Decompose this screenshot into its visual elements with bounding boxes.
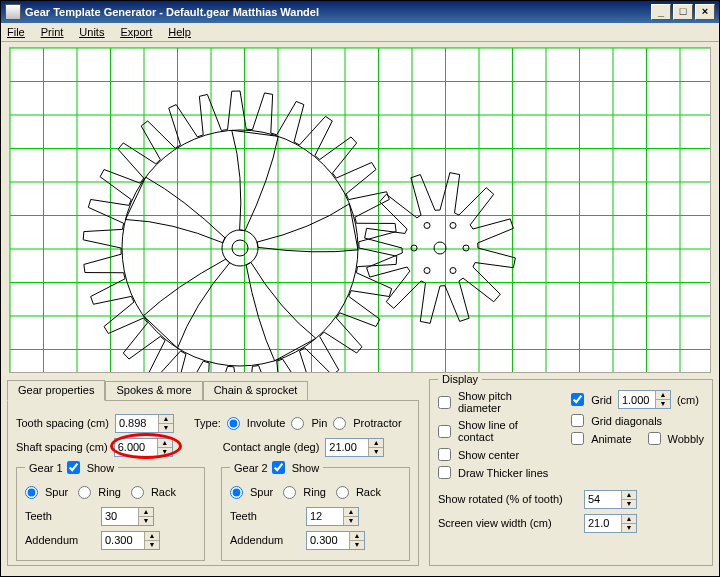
grid-checkbox[interactable]: Grid xyxy=(571,393,612,406)
type-involute-radio[interactable]: Involute xyxy=(227,417,286,430)
spin-down-icon[interactable]: ▼ xyxy=(145,541,159,549)
animate-checkbox[interactable]: Animate xyxy=(571,432,631,445)
spin-up-icon[interactable]: ▲ xyxy=(139,508,153,517)
screen-width-field[interactable]: ▲▼ xyxy=(584,514,637,533)
screen-width-input[interactable] xyxy=(585,515,621,532)
tab-bar: Gear properties Spokes & more Chain & sp… xyxy=(7,379,419,400)
contact-angle-input[interactable] xyxy=(326,439,368,456)
type-protractor-radio[interactable]: Protractor xyxy=(333,417,401,430)
wobbly-checkbox[interactable]: Wobbly xyxy=(648,432,704,445)
draw-thicker-checkbox[interactable]: Draw Thicker lines xyxy=(438,466,555,479)
gear2-addendum-input[interactable] xyxy=(307,532,349,549)
gear2-addendum-label: Addendum xyxy=(230,534,300,546)
close-button[interactable]: × xyxy=(695,4,715,20)
spin-up-icon[interactable]: ▲ xyxy=(656,391,670,400)
svg-point-41 xyxy=(450,222,456,228)
gear-svg xyxy=(10,48,711,373)
menu-print[interactable]: Print xyxy=(41,26,64,38)
minimize-button[interactable]: _ xyxy=(651,4,671,20)
canvas-container xyxy=(7,45,713,375)
grid-size-field[interactable]: ▲▼ xyxy=(618,390,671,409)
gear1-teeth-field[interactable]: ▲▼ xyxy=(101,507,154,526)
spin-down-icon[interactable]: ▼ xyxy=(158,448,172,456)
gear2-spur-radio[interactable]: Spur xyxy=(230,486,273,499)
gear-canvas[interactable] xyxy=(9,47,711,373)
svg-point-35 xyxy=(434,242,446,254)
grid-diagonals-checkbox[interactable]: Grid diagonals xyxy=(571,414,704,427)
tooth-spacing-label: Tooth spacing (cm) xyxy=(16,417,109,429)
contact-angle-label: Contact angle (deg) xyxy=(223,441,320,453)
gear1-rack-radio[interactable]: Rack xyxy=(131,486,176,499)
gear2-teeth-input[interactable] xyxy=(307,508,343,525)
menu-help[interactable]: Help xyxy=(168,26,191,38)
grid-size-input[interactable] xyxy=(619,391,655,408)
app-window: Gear Template Generator - Default.gear M… xyxy=(0,0,720,577)
titlebar: Gear Template Generator - Default.gear M… xyxy=(1,1,719,23)
menubar: File Print Units Export Help xyxy=(1,23,719,42)
grid-cm-label: (cm) xyxy=(677,394,699,406)
spin-up-icon[interactable]: ▲ xyxy=(622,515,636,524)
menu-units[interactable]: Units xyxy=(79,26,104,38)
svg-point-37 xyxy=(450,268,456,274)
tab-chain-sprocket[interactable]: Chain & sprocket xyxy=(203,381,309,402)
gear1-teeth-input[interactable] xyxy=(102,508,138,525)
spin-up-icon[interactable]: ▲ xyxy=(158,439,172,448)
display-legend: Display xyxy=(438,373,482,385)
gear2-show-checkbox[interactable]: Show xyxy=(272,461,320,474)
gear1-group: Gear 1 Show Spur Ring Rack Teeth xyxy=(16,467,205,561)
spin-up-icon[interactable]: ▲ xyxy=(622,491,636,500)
show-rotated-input[interactable] xyxy=(585,491,621,508)
show-contact-checkbox[interactable]: Show line of contact xyxy=(438,419,555,443)
gear1-spur-radio[interactable]: Spur xyxy=(25,486,68,499)
display-group: Display Show pitch diameter Show line of… xyxy=(429,379,713,566)
gear1-addendum-label: Addendum xyxy=(25,534,95,546)
spin-down-icon[interactable]: ▼ xyxy=(139,517,153,525)
shaft-spacing-field[interactable]: ▲▼ xyxy=(114,438,173,457)
spin-up-icon[interactable]: ▲ xyxy=(369,439,383,448)
gear2-legend: Gear 2 Show xyxy=(230,461,323,474)
spin-down-icon[interactable]: ▼ xyxy=(159,424,173,432)
menu-file[interactable]: File xyxy=(7,26,25,38)
screen-width-label: Screen view width (cm) xyxy=(438,517,578,529)
gear1-show-checkbox[interactable]: Show xyxy=(67,461,115,474)
gear2-teeth-field[interactable]: ▲▼ xyxy=(306,507,359,526)
gear-properties-panel: Tooth spacing (cm) ▲▼ Type: Involute Pin… xyxy=(7,400,419,566)
spin-up-icon[interactable]: ▲ xyxy=(350,532,364,541)
app-icon xyxy=(5,4,21,20)
gear1-legend: Gear 1 Show xyxy=(25,461,118,474)
spin-down-icon[interactable]: ▼ xyxy=(350,541,364,549)
spin-down-icon[interactable]: ▼ xyxy=(344,517,358,525)
spin-down-icon[interactable]: ▼ xyxy=(622,524,636,532)
tooth-spacing-field[interactable]: ▲▼ xyxy=(115,414,174,433)
svg-point-38 xyxy=(424,268,430,274)
gear2-teeth-label: Teeth xyxy=(230,510,300,522)
tooth-spacing-row: Tooth spacing (cm) ▲▼ Type: Involute Pin… xyxy=(16,413,410,433)
show-rotated-label: Show rotated (% of tooth) xyxy=(438,493,578,505)
shaft-spacing-input[interactable] xyxy=(115,439,157,456)
svg-point-36 xyxy=(463,245,469,251)
contact-angle-field[interactable]: ▲▼ xyxy=(325,438,384,457)
spin-up-icon[interactable]: ▲ xyxy=(159,415,173,424)
spin-down-icon[interactable]: ▼ xyxy=(622,500,636,508)
gear2-rack-radio[interactable]: Rack xyxy=(336,486,381,499)
spin-up-icon[interactable]: ▲ xyxy=(145,532,159,541)
svg-point-34 xyxy=(122,130,358,366)
gear2-ring-radio[interactable]: Ring xyxy=(283,486,326,499)
maximize-button[interactable]: □ xyxy=(673,4,693,20)
spin-down-icon[interactable]: ▼ xyxy=(656,400,670,408)
menu-export[interactable]: Export xyxy=(120,26,152,38)
gear1-addendum-field[interactable]: ▲▼ xyxy=(101,531,160,550)
tab-gear-properties[interactable]: Gear properties xyxy=(7,380,105,401)
show-pitch-checkbox[interactable]: Show pitch diameter xyxy=(438,390,555,414)
tab-spokes-more[interactable]: Spokes & more xyxy=(105,381,202,402)
spin-down-icon[interactable]: ▼ xyxy=(369,448,383,456)
spin-up-icon[interactable]: ▲ xyxy=(344,508,358,517)
gear1-ring-radio[interactable]: Ring xyxy=(78,486,121,499)
type-pin-radio[interactable]: Pin xyxy=(291,417,327,430)
gear1-addendum-input[interactable] xyxy=(102,532,144,549)
show-center-checkbox[interactable]: Show center xyxy=(438,448,555,461)
svg-point-40 xyxy=(424,222,430,228)
gear2-addendum-field[interactable]: ▲▼ xyxy=(306,531,365,550)
show-rotated-field[interactable]: ▲▼ xyxy=(584,490,637,509)
tooth-spacing-input[interactable] xyxy=(116,415,158,432)
